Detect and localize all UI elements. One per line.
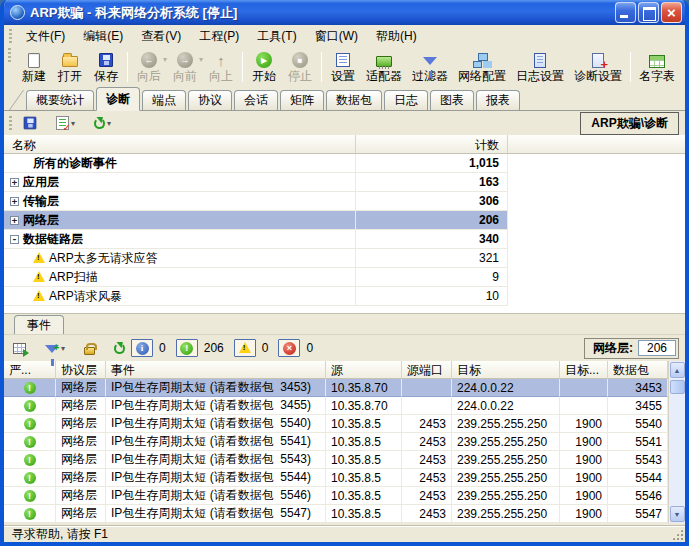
diagnosis-settings-button[interactable]: 诊断设置 [569, 48, 627, 86]
event-row[interactable]: 网络层 IP包生存周期太短 (请看数据包 5540) 10.35.8.5 245… [4, 415, 668, 433]
export-table-button[interactable] [10, 341, 29, 356]
column-header-source[interactable]: 源 [326, 361, 402, 379]
lock-button[interactable] [81, 340, 98, 357]
tree-row-arp-scan[interactable]: ARP扫描 9 [4, 268, 685, 287]
column-header-target-port[interactable]: 目标... [560, 361, 608, 379]
stop-button[interactable]: 停止 [282, 48, 318, 86]
warning-icon [33, 290, 45, 301]
tree-row-network-layer[interactable]: +网络层 206 [4, 211, 685, 230]
tab-endpoints[interactable]: 端点 [142, 90, 186, 110]
new-button[interactable]: 新建 [16, 48, 52, 86]
tab-conversations[interactable]: 会话 [234, 90, 278, 110]
expand-icon[interactable]: + [10, 197, 19, 206]
scroll-down-button[interactable]: ▼ [670, 506, 685, 522]
menu-view[interactable]: 查看(V) [132, 25, 190, 48]
window-controls [615, 2, 682, 23]
event-row[interactable]: 网络层 IP包生存周期太短 (请看数据包 3453) 10.35.8.70 22… [4, 379, 668, 397]
refresh-icon [94, 118, 105, 129]
current-view-button[interactable]: ARP欺骗\诊断 [580, 112, 679, 135]
event-row[interactable]: 网络层 IP包生存周期太短 (请看数据包 3455) 10.35.8.70 22… [4, 397, 668, 415]
toolbar-grip[interactable] [8, 48, 11, 62]
network-config-button[interactable]: 网络配置 [453, 48, 511, 86]
maximize-button[interactable] [638, 2, 659, 23]
settings-button[interactable]: 设置 [325, 48, 361, 86]
tab-log[interactable]: 日志 [384, 90, 428, 110]
refresh-events-button[interactable] [111, 341, 128, 356]
tree-row-application-layer[interactable]: +应用层 163 [4, 173, 685, 192]
menu-project[interactable]: 工程(P) [190, 25, 248, 48]
menu-file[interactable]: 文件(F) [17, 25, 74, 48]
tab-events[interactable]: 事件 [14, 315, 64, 334]
notice-severity-icon [24, 382, 36, 394]
toolbar-grip[interactable] [9, 116, 12, 130]
tab-reports[interactable]: 报表 [476, 90, 520, 110]
column-header-severity[interactable]: 严... [4, 361, 56, 379]
menu-help[interactable]: 帮助(H) [367, 25, 426, 48]
tree-row-all-events[interactable]: 所有的诊断事件 1,015 [4, 154, 685, 173]
column-header-event[interactable]: 事件 [106, 361, 326, 379]
menu-tools[interactable]: 工具(T) [248, 25, 305, 48]
tab-matrix[interactable]: 矩阵 [280, 90, 324, 110]
event-row[interactable]: 网络层 IP包生存周期太短 (请看数据包 5543) 10.35.8.5 245… [4, 451, 668, 469]
tab-diagnosis[interactable]: 诊断 [96, 87, 140, 111]
up-button[interactable]: 向上 [203, 48, 239, 86]
event-row[interactable]: 网络层 IP包生存周期太短 (请看数据包 5546) 10.35.8.5 245… [4, 487, 668, 505]
toolbar-separator [321, 52, 322, 82]
scroll-up-button[interactable]: ▲ [670, 362, 685, 378]
column-header-target[interactable]: 目标 [452, 361, 560, 379]
notice-severity-icon [24, 436, 36, 448]
add-filter-button[interactable]: ▾ [42, 342, 68, 355]
event-row[interactable]: 网络层 IP包生存周期太短 (请看数据包 5544) 10.35.8.5 245… [4, 469, 668, 487]
warning-count: 0 [262, 341, 269, 355]
forward-icon [177, 52, 193, 68]
minimize-button[interactable] [615, 2, 636, 23]
event-row[interactable]: 网络层 IP包生存周期太短 (请看数据包 5541) 10.35.8.5 245… [4, 433, 668, 451]
tree-row-arp-unrequested[interactable]: ARP太多无请求应答 321 [4, 249, 685, 268]
filter-button[interactable]: 过滤器 [407, 48, 453, 86]
error-filter-toggle[interactable] [278, 339, 300, 357]
expand-icon[interactable]: + [10, 216, 19, 225]
layer-filter-value[interactable]: 206 [638, 340, 676, 356]
open-button[interactable]: 打开 [52, 48, 88, 86]
tab-protocols[interactable]: 协议 [188, 90, 232, 110]
vertical-scrollbar[interactable]: ▲ ▼ [668, 361, 685, 523]
back-button[interactable]: 向后▾ [131, 48, 167, 86]
menu-bar: 文件(F) 编辑(E) 查看(V) 工程(P) 工具(T) 窗口(W) 帮助(H… [4, 25, 685, 47]
save-button[interactable]: 保存 [88, 48, 124, 86]
export-table-icon [13, 343, 26, 354]
forward-button[interactable]: 向前▾ [167, 48, 203, 86]
expand-icon[interactable]: + [10, 178, 19, 187]
tree-row-arp-storm[interactable]: ARP请求风暴 10 [4, 287, 685, 306]
tree-row-transport-layer[interactable]: +传输层 306 [4, 192, 685, 211]
tab-charts[interactable]: 图表 [430, 90, 474, 110]
column-header-name[interactable]: 名称 [4, 135, 356, 154]
name-table-button[interactable]: 名字表 [634, 48, 680, 86]
export-save-button[interactable] [20, 114, 40, 132]
tab-packets[interactable]: 数据包 [326, 90, 382, 110]
column-header-layer[interactable]: 协议层 [56, 361, 106, 379]
warning-filter-toggle[interactable] [234, 339, 256, 357]
adapter-button[interactable]: 适配器 [361, 48, 407, 86]
column-header-source-port[interactable]: 源端口 [402, 361, 452, 379]
close-button[interactable] [661, 2, 682, 23]
menu-window[interactable]: 窗口(W) [306, 25, 367, 48]
column-header-count[interactable]: 计数 [356, 135, 508, 154]
toolbar-separator [127, 52, 128, 82]
column-header-packet[interactable]: 数据包 [608, 361, 668, 379]
tree-header: 名称 计数 [4, 135, 685, 154]
info-filter-toggle[interactable] [131, 339, 153, 357]
collapse-icon[interactable]: - [10, 235, 19, 244]
log-settings-button[interactable]: 日志设置 [511, 48, 569, 86]
diagnosis-toolbar: ▾ ▾ ARP欺骗\诊断 [4, 111, 685, 135]
event-row[interactable]: 网络层 IP包生存周期太短 (请看数据包 5547) 10.35.8.5 245… [4, 505, 668, 523]
menu-edit[interactable]: 编辑(E) [74, 25, 132, 48]
tree-row-datalink-layer[interactable]: -数据链路层 340 [4, 230, 685, 249]
display-options-button[interactable]: ▾ [53, 114, 78, 132]
scrollbar-thumb[interactable] [670, 380, 685, 394]
tab-summary[interactable]: 概要统计 [26, 90, 94, 110]
start-button[interactable]: 开始 [246, 48, 282, 86]
notice-filter-toggle[interactable] [176, 339, 198, 357]
refresh-button[interactable]: ▾ [91, 116, 114, 131]
title-bar[interactable]: ARP欺骗 - 科来网络分析系统 [停止] [4, 0, 685, 25]
toolbar-grip[interactable] [9, 29, 12, 43]
